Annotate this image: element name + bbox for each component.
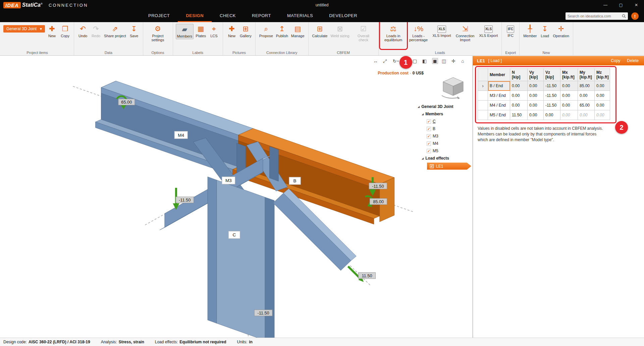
cell-vz[interactable]: 0.00: [544, 110, 560, 120]
col-mx: Mx[kip.ft]: [560, 69, 578, 81]
render-wireframe-icon[interactable]: ▢: [413, 58, 419, 64]
home-view-icon[interactable]: ⌂: [461, 58, 467, 64]
gallery-button[interactable]: ⊞Gallery: [239, 24, 253, 39]
render-shaded-icon[interactable]: ◧: [422, 58, 428, 64]
viewport-3d[interactable]: M4 M3 B C 65.00 -11.50 -11.50 85.00 11.5…: [0, 56, 473, 338]
ribbon-group-connection-library: ⌕Propose ↥Publish ▤Manage Connection Lib…: [256, 22, 309, 55]
tree-members-header[interactable]: ◢Members: [418, 110, 473, 118]
tree-member-c[interactable]: ✓C: [418, 118, 473, 125]
checkbox-icon[interactable]: ✓: [427, 141, 431, 146]
cell-mx[interactable]: 0.00: [560, 101, 578, 110]
search-input[interactable]: [568, 14, 621, 18]
navigation-cube[interactable]: [438, 75, 468, 99]
move-view-icon[interactable]: ✛: [451, 58, 458, 64]
cell-my[interactable]: 85.00: [578, 81, 595, 91]
cell-mx: 0.00: [560, 110, 578, 120]
cell-mz[interactable]: 0.00: [595, 101, 610, 110]
joint-type-dropdown[interactable]: General 3D Joint▾: [3, 25, 45, 33]
cell-vz[interactable]: -11.50: [544, 81, 560, 91]
share-project-button[interactable]: ⇗Share project: [103, 24, 127, 39]
checkbox-icon[interactable]: ✓: [427, 149, 431, 153]
cell-vy[interactable]: 0.00: [528, 91, 544, 101]
tab-developer[interactable]: DEVELOPER: [321, 10, 365, 22]
expander-icon: ◢: [418, 105, 420, 108]
tree-member-b[interactable]: ✓B: [418, 125, 473, 132]
copy-project-button[interactable]: ❐Copy: [59, 24, 71, 39]
cell-vz[interactable]: -11.50: [544, 101, 560, 110]
cell-member[interactable]: M4 / End: [488, 101, 510, 110]
cell-vy[interactable]: 0.00: [528, 81, 544, 91]
labels-plates-toggle[interactable]: ▦Plates: [195, 24, 207, 39]
panel-subtitle: [ Load ]: [488, 58, 502, 63]
save-button[interactable]: ↧Save: [128, 24, 140, 39]
cell-vz[interactable]: -11.50: [544, 91, 560, 101]
manage-button[interactable]: ▤Manage: [290, 24, 306, 39]
measure-icon[interactable]: ↔: [373, 58, 379, 64]
undo-button[interactable]: ↶Undo: [77, 24, 89, 39]
maximize-button[interactable]: ▢: [613, 0, 629, 10]
cell-mx[interactable]: 0.00: [560, 91, 578, 101]
tree-load-effects-header[interactable]: ◢Load effects: [418, 155, 473, 162]
cell-n[interactable]: 0.00: [510, 81, 528, 91]
tab-materials[interactable]: MATERIALS: [279, 10, 321, 22]
tree-member-m3[interactable]: ✓M3: [418, 132, 473, 140]
tree-load-effect-le1[interactable]: ✓LE1: [427, 163, 471, 170]
new-load-button[interactable]: ↧Load: [539, 24, 551, 39]
cell-vy[interactable]: 0.00: [528, 101, 544, 110]
xls-export-button[interactable]: XLSXLS Export: [478, 24, 499, 38]
expander-icon: ◢: [422, 113, 424, 116]
tab-report[interactable]: REPORT: [244, 10, 279, 22]
cell-vy[interactable]: 0.00: [528, 110, 544, 120]
cell-mz[interactable]: 0.00: [595, 91, 610, 101]
members-icon: ▰: [182, 25, 187, 34]
tab-design[interactable]: DESIGN: [178, 10, 212, 22]
labels-members-toggle[interactable]: ▰Members: [176, 24, 194, 39]
cell-my[interactable]: 65.00: [578, 101, 595, 110]
minimize-button[interactable]: —: [598, 0, 613, 10]
delete-load-button[interactable]: Delete: [627, 58, 639, 63]
loads-in-equilibrium-button[interactable]: ⚖Loads in equilibrium: [381, 24, 406, 43]
member-m4-beam[interactable]: [96, 81, 253, 175]
tree-member-m4[interactable]: ✓M4: [418, 140, 473, 147]
cell-n[interactable]: 0.00: [510, 91, 528, 101]
loads-percentage-button[interactable]: ↓%Loads - percentage: [407, 24, 431, 43]
propose-button[interactable]: ⌕Propose: [258, 24, 274, 39]
row-expander[interactable]: ›: [478, 81, 488, 91]
checkbox-icon[interactable]: ✓: [427, 134, 431, 138]
fit-view-icon[interactable]: ⤢: [383, 58, 389, 64]
account-notification-icon[interactable]: !: [631, 12, 639, 20]
rotate-view-icon[interactable]: ↻▾: [393, 58, 399, 64]
render-transparent-icon[interactable]: ◫: [442, 58, 448, 64]
tree-root[interactable]: ◢General 3D Joint: [418, 103, 473, 110]
picture-new-button[interactable]: ✚New: [226, 24, 238, 39]
cell-member[interactable]: M3 / End: [488, 91, 510, 101]
cell-mz[interactable]: 0.00: [595, 81, 610, 91]
labels-lcs-toggle[interactable]: ⌖LCS: [208, 24, 220, 39]
publish-button[interactable]: ↥Publish: [275, 24, 289, 39]
connection-import-button[interactable]: ⇲Connection Import: [453, 24, 477, 43]
tab-project[interactable]: PROJECT: [140, 10, 178, 22]
cell-member[interactable]: M5 / End: [488, 110, 510, 120]
tab-check[interactable]: CHECK: [212, 10, 244, 22]
project-settings-button[interactable]: ⚙Project settings: [146, 24, 170, 43]
calculate-button[interactable]: ⊞Calculate: [311, 24, 329, 39]
model-3d-view[interactable]: M4 M3 B C 65.00 -11.50 -11.50 85.00 11.5…: [0, 56, 473, 338]
render-solid-icon[interactable]: ◼: [432, 58, 438, 64]
cell-member[interactable]: B / End: [488, 81, 510, 91]
cell-mx[interactable]: 0.00: [560, 81, 578, 91]
checkbox-icon[interactable]: ✓: [427, 127, 431, 131]
col-n: N[kip]: [510, 69, 528, 81]
ifc-export-button[interactable]: IFCIFC: [504, 24, 517, 38]
new-member-button[interactable]: ╀Member: [522, 24, 538, 39]
tree-member-m5[interactable]: ✓M5: [418, 147, 473, 155]
search-box[interactable]: [566, 12, 628, 20]
cell-n[interactable]: 0.00: [510, 101, 528, 110]
xls-import-button[interactable]: XLSXLS Import: [432, 24, 452, 38]
copy-load-button[interactable]: Copy: [611, 58, 620, 63]
new-operation-button[interactable]: ✛Operation: [552, 24, 570, 39]
close-button[interactable]: ✕: [629, 0, 644, 10]
new-project-button[interactable]: ✚New: [46, 24, 58, 39]
checkbox-icon[interactable]: ✓: [427, 119, 431, 124]
cell-n[interactable]: 11.50: [510, 110, 528, 120]
cell-my[interactable]: 0.00: [578, 91, 595, 101]
